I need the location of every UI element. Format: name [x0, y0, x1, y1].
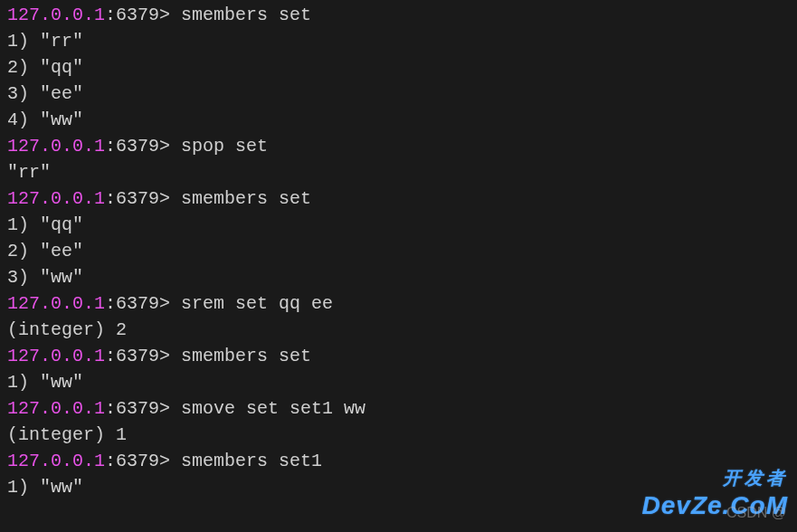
- command-line: 127.0.0.1:6379> smove set set1 ww: [7, 395, 790, 422]
- output-line: 1) "qq": [7, 212, 790, 238]
- output-text: 2) "ee": [7, 241, 83, 261]
- prompt-host: 127.0.0.1: [7, 136, 105, 157]
- output-text: 1) "rr": [7, 31, 83, 52]
- command-text: spop set: [170, 136, 268, 157]
- command-text: smove set set1 ww: [170, 398, 365, 419]
- command-text: smembers set: [170, 346, 311, 366]
- prompt-host: 127.0.0.1: [7, 346, 105, 366]
- output-text: 2) "qq": [7, 57, 83, 78]
- prompt-port: :6379>: [105, 188, 170, 209]
- output-line: (integer) 2: [7, 317, 790, 343]
- logo-chinese: 开发者: [642, 465, 788, 491]
- command-text: smembers set1: [170, 451, 322, 471]
- output-line: (integer) 1: [7, 422, 790, 448]
- prompt-host: 127.0.0.1: [7, 398, 105, 419]
- prompt-host: 127.0.0.1: [7, 5, 105, 25]
- command-text: srem set qq ee: [170, 293, 333, 314]
- output-text: (integer) 1: [7, 424, 127, 445]
- prompt-port: :6379>: [105, 398, 170, 419]
- output-line: 2) "qq": [7, 54, 790, 81]
- output-text: 1) "ww": [7, 372, 83, 393]
- output-text: 4) "ww": [7, 109, 83, 130]
- command-line: 127.0.0.1:6379> spop set: [7, 133, 790, 159]
- output-line: "rr": [7, 159, 790, 185]
- output-line: 1) "ww": [7, 369, 790, 395]
- output-text: "rr": [7, 162, 51, 183]
- terminal-output[interactable]: 127.0.0.1:6379> smembers set1) "rr"2) "q…: [7, 2, 790, 500]
- prompt-port: :6379>: [105, 5, 170, 25]
- command-line: 127.0.0.1:6379> smembers set: [7, 185, 790, 212]
- output-text: (integer) 2: [7, 319, 127, 340]
- output-text: 3) "ww": [7, 267, 83, 288]
- prompt-port: :6379>: [105, 451, 170, 471]
- command-text: smembers set: [170, 188, 311, 209]
- command-line: 127.0.0.1:6379> srem set qq ee: [7, 290, 790, 317]
- output-text: 1) "ww": [7, 477, 83, 498]
- prompt-host: 127.0.0.1: [7, 451, 105, 471]
- prompt-port: :6379>: [105, 293, 170, 314]
- prompt-host: 127.0.0.1: [7, 293, 105, 314]
- output-line: 4) "ww": [7, 107, 790, 133]
- command-line: 127.0.0.1:6379> smembers set: [7, 2, 790, 28]
- command-text: smembers set: [170, 5, 311, 25]
- output-line: 1) "rr": [7, 28, 790, 54]
- output-text: 1) "qq": [7, 214, 83, 235]
- command-line: 127.0.0.1:6379> smembers set: [7, 343, 790, 369]
- prompt-host: 127.0.0.1: [7, 188, 105, 209]
- output-text: 3) "ee": [7, 83, 83, 104]
- prompt-port: :6379>: [105, 136, 170, 157]
- prompt-port: :6379>: [105, 346, 170, 366]
- output-line: 2) "ee": [7, 238, 790, 264]
- output-line: 3) "ww": [7, 264, 790, 290]
- csdn-watermark: CSDN @: [726, 502, 786, 523]
- output-line: 3) "ee": [7, 81, 790, 107]
